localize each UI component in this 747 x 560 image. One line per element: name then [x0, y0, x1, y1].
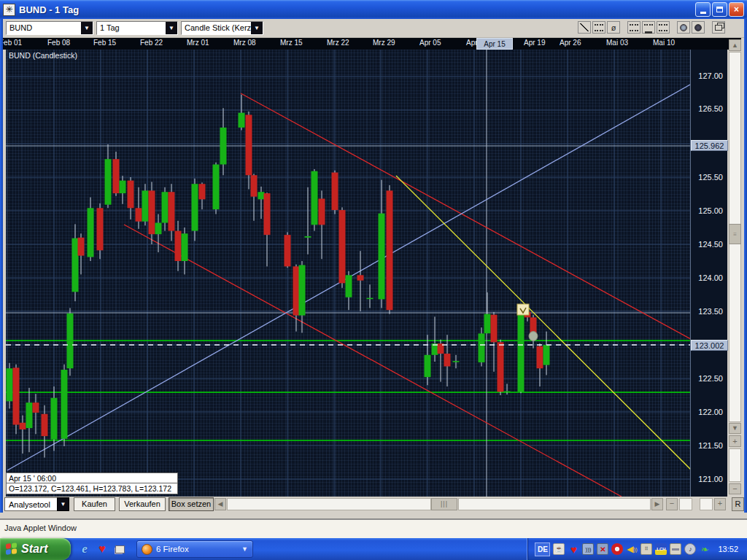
- chevron-down-icon[interactable]: ▼: [57, 497, 69, 511]
- taskbar: Start e ♥ 6 Firefox ▼ DE ☕ ♥ ))) ✕ ◀)) ⠿…: [0, 538, 747, 560]
- java-icon[interactable]: ☕: [553, 543, 565, 555]
- ellipse-tool-icon[interactable]: ø: [607, 21, 620, 34]
- hscroll-thumb[interactable]: |||: [431, 498, 457, 510]
- network-offline-icon[interactable]: ✕: [597, 543, 608, 555]
- scroll-up-button[interactable]: ▲: [729, 39, 741, 51]
- period-select[interactable]: 1 Tag ▼: [96, 21, 178, 35]
- window-frame-bottom: [0, 513, 747, 519]
- analysetool-select[interactable]: Analysetool ▼: [4, 497, 69, 511]
- candle-body: [142, 190, 149, 221]
- date-tick-label: Mrz 29: [373, 39, 395, 47]
- grid-style-2-icon[interactable]: [642, 21, 655, 34]
- pan-box-1[interactable]: [679, 498, 692, 510]
- instrument-select[interactable]: BUND ▼: [6, 21, 93, 35]
- chevron-down-icon[interactable]: ▼: [81, 22, 93, 34]
- fibonacci-tool-icon[interactable]: [592, 21, 605, 34]
- security-green-icon[interactable]: ❧: [699, 543, 711, 555]
- chart-plot[interactable]: BUND (Candlestick) Apr 15 ' 06:00 O=123.…: [6, 50, 690, 497]
- reset-button[interactable]: R: [732, 497, 744, 511]
- lch-chart-icon[interactable]: LCH: [655, 543, 667, 555]
- candle-body: [169, 192, 175, 230]
- language-indicator[interactable]: DE: [535, 542, 550, 556]
- internet-explorer-icon[interactable]: e: [78, 542, 91, 556]
- chart-type-select[interactable]: Candle Stick (Kerze ▼: [181, 21, 263, 35]
- zoom-track[interactable]: [729, 448, 741, 482]
- candle-body: [484, 314, 491, 334]
- system-tray: DE ☕ ♥ ))) ✕ ◀)) ⠿ LCH ♪ ❧ 13:52: [527, 538, 747, 560]
- candle-body: [26, 402, 33, 428]
- grid-style-3-icon[interactable]: [657, 21, 670, 34]
- date-tick-label: Feb 22: [140, 39, 163, 47]
- hscroll-right-button[interactable]: ▶: [651, 498, 663, 510]
- taskbar-button-firefox[interactable]: 6 Firefox ▼: [136, 540, 253, 558]
- candle-body: [251, 175, 258, 196]
- candle-body: [425, 355, 431, 377]
- candle-body: [387, 190, 393, 310]
- candle-body: [105, 159, 112, 205]
- candle-body: [453, 361, 460, 362]
- candle-body: [332, 173, 338, 211]
- restore-button[interactable]: [712, 2, 727, 17]
- price-tick-label: 126.50: [698, 104, 723, 113]
- chevron-down-icon[interactable]: ▼: [251, 22, 263, 34]
- candle-body: [97, 208, 104, 250]
- candle-body: [182, 233, 188, 261]
- antivirus-shield-icon[interactable]: [611, 543, 623, 555]
- app-icon: ✳: [3, 4, 15, 16]
- pan-box-2[interactable]: [700, 498, 713, 510]
- chevron-down-icon[interactable]: ▼: [166, 22, 177, 34]
- candle-body: [258, 192, 265, 199]
- date-tick-label: Mai 03: [606, 39, 628, 47]
- hscroll-left-button[interactable]: ◀: [214, 498, 226, 510]
- date-tick-label: Apr 19: [524, 39, 545, 47]
- close-button[interactable]: ×: [729, 2, 744, 17]
- zoom-in-button[interactable]: +: [729, 435, 741, 447]
- candlestick-chart: [6, 50, 690, 497]
- pan-minus-button[interactable]: −: [666, 498, 678, 510]
- date-tick-label: Mrz 08: [233, 39, 256, 47]
- indicator-light-icon[interactable]: [677, 21, 690, 34]
- candle-body: [67, 314, 74, 368]
- verkaufen-button[interactable]: Verkaufen: [119, 497, 166, 511]
- vscroll-thumb[interactable]: ≡: [729, 224, 741, 244]
- candle-body: [51, 398, 58, 440]
- date-tick-highlight: Apr 15: [476, 38, 513, 50]
- vertical-scrollbar: ▲ ≡ ▼ + −: [729, 38, 742, 512]
- candle-body: [42, 414, 48, 436]
- box-setzen-button[interactable]: Box setzen: [169, 497, 214, 511]
- modem-icon[interactable]: [670, 543, 681, 555]
- zoom-out-button[interactable]: −: [729, 483, 741, 494]
- price-tick-label: 122.50: [698, 374, 723, 383]
- pan-plus-button[interactable]: +: [714, 498, 726, 510]
- candle-body: [162, 192, 169, 222]
- volume-icon[interactable]: ◀)): [626, 543, 638, 555]
- minimize-button[interactable]: [695, 2, 711, 17]
- heart-icon[interactable]: ♥: [96, 542, 109, 556]
- candle-body: [246, 114, 252, 175]
- new-window-icon[interactable]: [712, 21, 725, 34]
- price-tick-label: 125.50: [698, 173, 723, 182]
- candle-body: [113, 159, 120, 193]
- date-axis: Feb 01Feb 08Feb 15Feb 22Mrz 01Mrz 08Mrz …: [3, 38, 741, 50]
- indicator-dark-icon[interactable]: [692, 21, 705, 34]
- price-tag: 125.962: [691, 140, 728, 151]
- heart-monitor-icon[interactable]: ♥: [568, 543, 579, 555]
- candle-body: [518, 314, 525, 392]
- wireless-network-icon[interactable]: ))): [582, 543, 594, 555]
- kaufen-button[interactable]: Kaufen: [74, 497, 115, 511]
- candle-body: [149, 190, 155, 234]
- audio-mixer-icon[interactable]: ♪: [684, 543, 696, 555]
- trendline-tool-icon[interactable]: [578, 21, 591, 34]
- hscroll-track-right[interactable]: [458, 498, 651, 510]
- grid-style-1-icon[interactable]: [627, 21, 640, 34]
- hscroll-track-left[interactable]: [227, 498, 431, 510]
- tooltip-ohlc: O=123.172, C=123.461, H=123.783, L=123.1…: [6, 483, 178, 494]
- candle-body: [379, 214, 385, 300]
- candle-body: [479, 333, 485, 362]
- drawing-tools: ø: [578, 21, 725, 34]
- show-desktop-icon[interactable]: [113, 542, 126, 556]
- start-button[interactable]: Start: [0, 538, 71, 560]
- candle-body: [120, 181, 126, 193]
- scroll-down-button[interactable]: ▼: [729, 423, 741, 434]
- keyboard-hotkeys-icon[interactable]: ⠿: [640, 543, 652, 555]
